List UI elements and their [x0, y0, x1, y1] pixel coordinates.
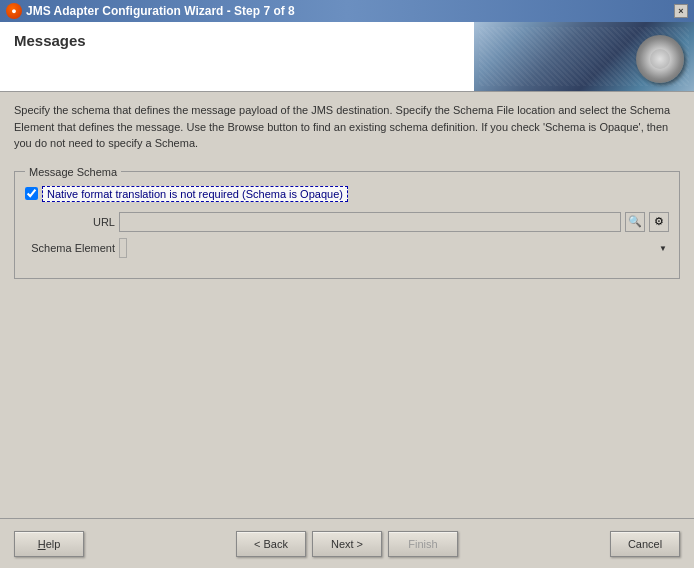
schema-element-row: Schema Element ▼: [25, 238, 669, 258]
url-label: URL: [25, 216, 115, 228]
url-input[interactable]: [119, 212, 621, 232]
opaque-checkbox[interactable]: [25, 187, 38, 200]
bottom-spacer: [14, 289, 680, 509]
search-icon: 🔍: [628, 215, 642, 228]
cancel-button[interactable]: Cancel: [610, 531, 680, 557]
schema-element-wrapper: ▼: [119, 238, 669, 258]
close-button[interactable]: ×: [674, 4, 688, 18]
gear-icon-container: [636, 35, 686, 85]
page-title: Messages: [14, 32, 460, 49]
help-button[interactable]: Help: [14, 531, 84, 557]
gear-icon: [636, 35, 684, 83]
header-banner: [474, 22, 694, 91]
url-search-button[interactable]: 🔍: [625, 212, 645, 232]
back-button[interactable]: < Back: [236, 531, 306, 557]
content-area: Specify the schema that defines the mess…: [0, 92, 694, 518]
main-window: Messages Specify the schema that defines…: [0, 22, 694, 568]
settings-icon: ⚙: [654, 215, 664, 228]
header-area: Messages: [0, 22, 694, 92]
title-bar: ● JMS Adapter Configuration Wizard - Ste…: [0, 0, 694, 22]
chevron-down-icon: ▼: [659, 243, 667, 252]
url-input-wrapper: 🔍 ⚙: [119, 212, 669, 232]
schema-element-label: Schema Element: [25, 242, 115, 254]
help-label-rest: elp: [46, 538, 61, 550]
schema-element-select-wrapper: ▼: [119, 238, 669, 258]
finish-button[interactable]: Finish: [388, 531, 458, 557]
help-underline: H: [38, 538, 46, 550]
window-title: JMS Adapter Configuration Wizard - Step …: [26, 4, 295, 18]
fieldset-legend: Message Schema: [25, 166, 121, 178]
footer-center: < Back Next > Finish: [236, 531, 458, 557]
footer-left: Help: [14, 531, 84, 557]
footer-right: Cancel: [610, 531, 680, 557]
schema-element-select[interactable]: [119, 238, 127, 258]
url-settings-button[interactable]: ⚙: [649, 212, 669, 232]
opaque-checkbox-label[interactable]: Native format translation is not require…: [42, 186, 348, 202]
footer: Help < Back Next > Finish Cancel: [0, 518, 694, 568]
gear-inner: [650, 49, 670, 69]
message-schema-fieldset: Message Schema Native format translation…: [14, 166, 680, 279]
app-icon: ●: [6, 3, 22, 19]
opaque-checkbox-row: Native format translation is not require…: [25, 186, 669, 202]
next-button[interactable]: Next >: [312, 531, 382, 557]
description-text: Specify the schema that defines the mess…: [14, 102, 680, 152]
header-text-area: Messages: [0, 22, 474, 91]
url-row: URL 🔍 ⚙: [25, 212, 669, 232]
